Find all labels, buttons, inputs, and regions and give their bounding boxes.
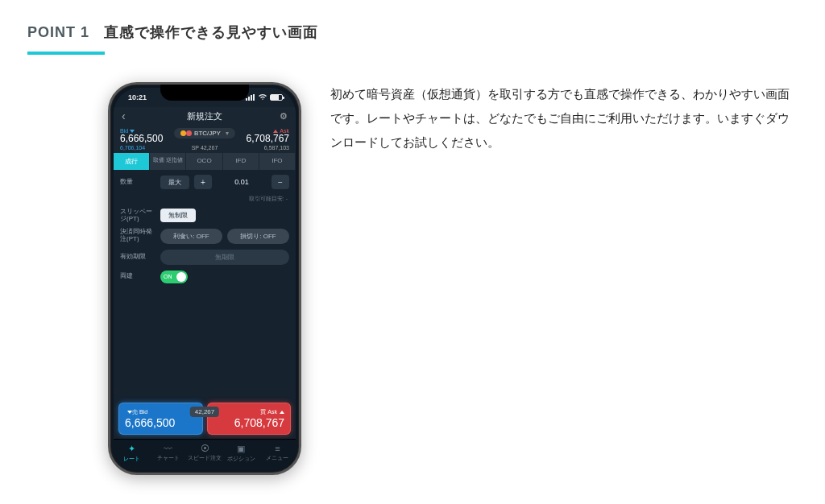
chevron-down-icon: ▾ bbox=[226, 130, 229, 137]
tab-market[interactable]: 成行 bbox=[114, 153, 150, 170]
point-label: POINT 1 bbox=[27, 24, 89, 41]
nav-bar: ‹ 新規注文 ⚙ bbox=[114, 107, 296, 125]
settle-label: 決済同時発注(PT) bbox=[120, 229, 155, 243]
buy-label: 買 Ask bbox=[260, 408, 277, 416]
buy-price: 6,708,767 bbox=[214, 416, 285, 429]
row-settle: 決済同時発注(PT) 利食い: OFF 損切り: OFF bbox=[120, 229, 289, 244]
row-expire: 有効期限 無期限 bbox=[120, 250, 289, 265]
nav-speed[interactable]: ⦿スピード注文 bbox=[186, 444, 222, 463]
phone-screen: 10:21 ‹ 新規注文 ⚙ bbox=[114, 88, 296, 469]
toggle-on-label: ON bbox=[160, 274, 172, 279]
chevron-down-icon bbox=[130, 130, 135, 133]
qty-minus-button[interactable]: − bbox=[272, 175, 289, 189]
row-slippage: スリッページ(PT) 無制限 bbox=[120, 209, 289, 223]
row-quantity: 数量 最大 + 0.01 − bbox=[120, 175, 289, 189]
nav-position[interactable]: ▣ポジション bbox=[223, 444, 259, 463]
bid-sub: 6,706,104 bbox=[120, 145, 145, 151]
expire-value[interactable]: 無期限 bbox=[160, 250, 289, 265]
position-icon: ▣ bbox=[237, 444, 245, 454]
spread-sub: SP 42,267 bbox=[192, 145, 218, 151]
point-underline bbox=[27, 52, 105, 55]
qty-plus-button[interactable]: + bbox=[194, 175, 212, 189]
slippage-label: スリッページ(PT) bbox=[120, 209, 155, 223]
order-type-tabs: 成行 取価 逆指値 OCO IFD IFO bbox=[114, 153, 296, 170]
status-time: 10:21 bbox=[128, 93, 147, 101]
point-number: 1 bbox=[81, 24, 89, 40]
tab-oco[interactable]: OCO bbox=[186, 153, 222, 170]
ask-sub: 6,587,103 bbox=[264, 145, 289, 151]
qty-max-button[interactable]: 最大 bbox=[160, 176, 189, 189]
stop-loss-button[interactable]: 損切り: OFF bbox=[227, 229, 289, 244]
tab-ifd[interactable]: IFD bbox=[223, 153, 259, 170]
rate-subheader: 6,706,104 SP 42,267 6,587,103 bbox=[114, 145, 296, 153]
nav-rate[interactable]: ✦レート bbox=[114, 444, 150, 463]
point-header: POINT 1 直感で操作できる見やすい画面 bbox=[27, 23, 798, 42]
bid-value: 6,666,500 bbox=[120, 134, 163, 143]
nav-menu[interactable]: ≡メニュー bbox=[259, 444, 296, 463]
qty-value[interactable]: 0.01 bbox=[217, 178, 267, 186]
speed-icon: ⦿ bbox=[201, 444, 209, 453]
expire-label: 有効期限 bbox=[120, 254, 155, 261]
chart-icon: 〰 bbox=[164, 444, 172, 453]
order-buttons: 売 Bid 6,666,500 42,267 買 Ask 6,708,767 bbox=[114, 399, 296, 439]
coin-icon-2 bbox=[186, 130, 192, 136]
sell-label: 売 Bid bbox=[132, 408, 147, 416]
chevron-up-icon bbox=[280, 411, 284, 414]
hedge-label: 両建 bbox=[120, 273, 155, 280]
row-hedge: 両建 ON bbox=[120, 271, 289, 283]
bottom-nav: ✦レート 〰チャート ⦿スピード注文 ▣ポジション ≡メニュー bbox=[114, 439, 296, 469]
rate-header: Bid 6,666,500 BTC/JPY ▾ Ask 6,708,767 bbox=[114, 125, 296, 145]
back-icon[interactable]: ‹ bbox=[122, 109, 126, 122]
phone-mockup: 10:21 ‹ 新規注文 ⚙ bbox=[108, 82, 301, 475]
qty-hint: 取引可能目安: - bbox=[120, 195, 289, 203]
qty-label: 数量 bbox=[120, 179, 155, 186]
slippage-value[interactable]: 無制限 bbox=[160, 209, 196, 222]
sell-price: 6,666,500 bbox=[125, 416, 197, 429]
pair-selector[interactable]: BTC/JPY ▾ bbox=[174, 128, 235, 138]
nav-chart[interactable]: 〰チャート bbox=[150, 444, 186, 463]
menu-icon: ≡ bbox=[275, 444, 280, 453]
point-word: POINT bbox=[27, 24, 76, 40]
toggle-knob bbox=[176, 272, 186, 282]
hedge-toggle[interactable]: ON bbox=[160, 271, 188, 283]
coin-icon-1 bbox=[180, 130, 186, 136]
phone-notch bbox=[160, 85, 249, 101]
point-title: 直感で操作できる見やすい画面 bbox=[104, 23, 318, 42]
chevron-up-icon bbox=[273, 130, 278, 133]
pair-label: BTC/JPY bbox=[194, 130, 221, 137]
take-profit-button[interactable]: 利食い: OFF bbox=[160, 229, 222, 244]
wifi-icon bbox=[258, 93, 267, 102]
spread-badge: 42,267 bbox=[190, 407, 219, 417]
tab-ifo[interactable]: IFO bbox=[259, 153, 296, 170]
order-form: 数量 最大 + 0.01 − 取引可能目安: - スリッページ(PT) 無制限 bbox=[114, 170, 296, 399]
tab-stop[interactable]: 取価 逆指値 bbox=[150, 153, 186, 170]
ask-value: 6,708,767 bbox=[247, 134, 289, 143]
nav-title: 新規注文 bbox=[187, 110, 222, 122]
description-text: 初めて暗号資産（仮想通貨）を取引する方でも直感で操作できる、わかりやすい画面です… bbox=[330, 82, 798, 155]
gear-icon[interactable]: ⚙ bbox=[280, 111, 288, 122]
buy-button[interactable]: 買 Ask 6,708,767 bbox=[207, 403, 292, 435]
rate-icon: ✦ bbox=[128, 444, 135, 454]
battery-icon bbox=[270, 94, 283, 101]
